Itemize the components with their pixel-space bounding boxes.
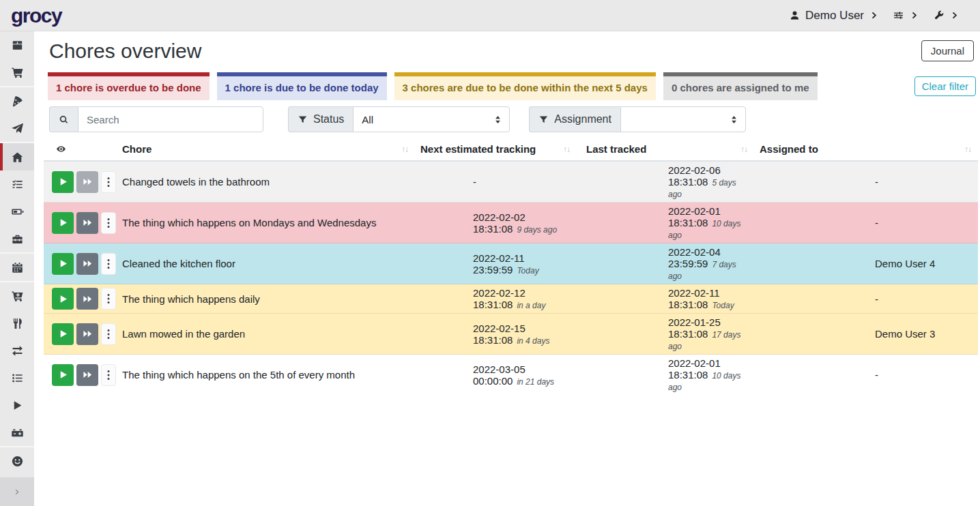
top-navbar: grocy Demo User <box>0 0 980 31</box>
status-filter-group: Status All <box>288 106 510 132</box>
cart-plus-icon <box>11 290 24 303</box>
chore-name[interactable]: Cleaned the kitchen floor <box>122 258 235 269</box>
grocy-logo[interactable]: grocy <box>11 5 61 26</box>
filter-icon <box>538 115 549 125</box>
clear-filter-button[interactable]: Clear filter <box>914 76 976 96</box>
main-content: Chores overview Journal 1 chore is overd… <box>34 31 980 506</box>
sidebar-item-battery[interactable] <box>0 198 34 225</box>
user-menu-label: Demo User <box>805 9 864 23</box>
track-chore-execution-button[interactable] <box>52 323 74 345</box>
tasks-icon <box>11 178 24 191</box>
assignment-filter-addon: Assignment <box>529 106 620 132</box>
skip-chore-button[interactable] <box>76 253 98 275</box>
column-header-next[interactable]: Next estimated tracking↑↓ <box>415 138 577 161</box>
skip-chore-button[interactable] <box>76 171 98 193</box>
chore-context-menu-button[interactable] <box>101 171 116 193</box>
user-menu[interactable]: Demo User <box>789 9 880 23</box>
box-icon <box>11 39 24 52</box>
assignment-filter-select[interactable] <box>620 106 746 132</box>
sliders-icon <box>893 10 904 21</box>
table-header-row: Chore↑↓Next estimated tracking↑↓Last tra… <box>44 138 978 161</box>
sidebar-group <box>0 86 34 142</box>
sidebar-collapse-button[interactable] <box>0 477 34 506</box>
search-input[interactable] <box>78 106 263 132</box>
sidebar-item-toolbox[interactable] <box>0 225 34 252</box>
sidebar-item-pizza-slice[interactable] <box>0 87 34 115</box>
chore-name[interactable]: The thing which happens on Mondays and W… <box>122 217 376 228</box>
sidebar-item-shopping-cart[interactable] <box>0 59 34 86</box>
paper-plane-icon <box>11 122 24 135</box>
skip-chore-button[interactable] <box>76 364 98 386</box>
shopping-cart-icon <box>11 66 24 79</box>
sidebar-group <box>0 446 34 475</box>
chore-context-menu-button[interactable] <box>101 364 116 386</box>
next-estimated-tracking-relative: in a day <box>517 301 545 310</box>
chore-context-menu-button[interactable] <box>101 323 116 345</box>
sidebar-item-cart-plus[interactable] <box>0 282 34 310</box>
track-chore-execution-button[interactable] <box>52 212 74 234</box>
skip-chore-button[interactable] <box>76 323 98 345</box>
angle-right-icon <box>909 10 921 21</box>
sidebar-item-home[interactable] <box>0 143 34 170</box>
track-chore-execution-button[interactable] <box>52 171 74 193</box>
assigned-to: - <box>875 369 878 381</box>
chore-name[interactable]: The thing which happens on the 5th of ev… <box>122 369 355 381</box>
calendar-icon <box>11 261 24 274</box>
sidebar-item-utensils[interactable] <box>0 310 34 337</box>
filter-icon <box>298 115 308 125</box>
assigned-to: - <box>875 176 878 188</box>
sidebar-item-smile[interactable] <box>0 447 34 475</box>
home-icon <box>11 151 24 164</box>
assigned-to: - <box>875 293 878 305</box>
sidebar <box>0 31 34 506</box>
sidebar-item-tasks[interactable] <box>0 170 34 198</box>
column-header-actions[interactable] <box>44 138 117 161</box>
sidebar-item-car-battery[interactable] <box>0 419 34 446</box>
list-icon <box>11 372 24 385</box>
pizza-slice-icon <box>11 95 24 108</box>
sidebar-item-list[interactable] <box>0 364 34 391</box>
sidebar-item-box[interactable] <box>0 31 34 59</box>
sidebar-item-calendar[interactable] <box>0 254 34 281</box>
track-chore-execution-button[interactable] <box>52 288 74 310</box>
banner-due-soon[interactable]: 3 chores are due to be done within the n… <box>394 72 656 100</box>
skip-chore-button[interactable] <box>76 288 98 310</box>
banner-due-today[interactable]: 1 chore is due to be done today <box>217 72 387 100</box>
table-body: Changed towels in the bathroom-2022-02-0… <box>44 161 978 395</box>
admin-menu[interactable] <box>933 10 961 21</box>
angle-right-icon <box>13 488 22 496</box>
smile-icon <box>11 455 24 468</box>
chore-name[interactable]: The thing which happens daily <box>122 293 260 305</box>
banner-overdue[interactable]: 1 chore is overdue to be done <box>48 72 210 100</box>
column-label-next: Next estimated tracking <box>420 143 536 155</box>
chore-row: The thing which happens on Mondays and W… <box>44 203 978 243</box>
column-header-chore[interactable]: Chore↑↓ <box>117 138 415 161</box>
toolbox-icon <box>11 233 24 245</box>
track-chore-execution-button[interactable] <box>52 364 74 386</box>
last-tracked-relative: Today <box>712 301 734 310</box>
journal-button[interactable]: Journal <box>921 40 974 61</box>
column-label-chore: Chore <box>122 143 152 155</box>
chore-context-menu-button[interactable] <box>101 288 116 310</box>
status-filter-select[interactable]: All <box>353 106 510 132</box>
assignment-filter-group: Assignment <box>529 106 746 132</box>
column-header-assigned[interactable]: Assigned to↑↓ <box>754 138 978 161</box>
skip-chore-button[interactable] <box>76 212 98 234</box>
banners: 1 chore is overdue to be done1 chore is … <box>48 72 825 100</box>
banner-row: 1 chore is overdue to be done1 chore is … <box>48 72 978 100</box>
chore-name[interactable]: Lawn mowed in the garden <box>122 328 245 340</box>
sidebar-item-exchange[interactable] <box>0 337 34 364</box>
column-header-last[interactable]: Last tracked↑↓ <box>577 138 754 161</box>
assigned-to: - <box>875 217 878 228</box>
chore-context-menu-button[interactable] <box>101 212 116 234</box>
chore-context-menu-button[interactable] <box>101 253 116 275</box>
assigned-to: Demo User 4 <box>875 258 935 269</box>
angle-right-icon <box>949 10 961 21</box>
banner-assigned-to-me[interactable]: 0 chores are assigned to me <box>663 72 818 100</box>
settings-menu[interactable] <box>893 10 921 21</box>
sidebar-item-play[interactable] <box>0 391 34 419</box>
sidebar-item-paper-plane[interactable] <box>0 115 34 142</box>
next-estimated-tracking-relative: Today <box>517 266 538 276</box>
track-chore-execution-button[interactable] <box>52 253 74 275</box>
chore-name[interactable]: Changed towels in the bathroom <box>122 176 270 188</box>
